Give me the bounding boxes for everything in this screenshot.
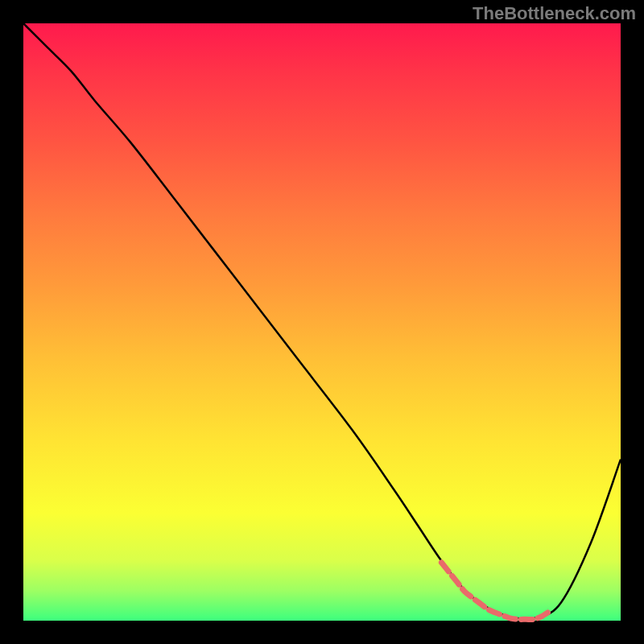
- chart-svg: [23, 23, 621, 621]
- attribution-label: TheBottleneck.com: [473, 3, 636, 24]
- plot-area: [23, 23, 621, 621]
- bottleneck-curve: [23, 23, 621, 619]
- chart-frame: TheBottleneck.com: [0, 0, 644, 644]
- highlight-segment: [441, 563, 549, 620]
